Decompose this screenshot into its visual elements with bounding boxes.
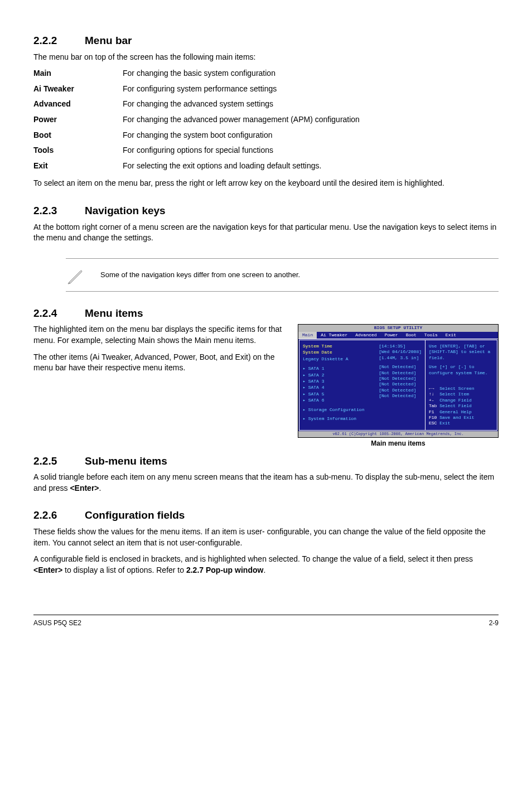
heading-navkeys: 2.2.3Navigation keys [33, 204, 499, 219]
menubar-deflist: Main For changing the basic system confi… [33, 68, 499, 171]
section-title: Configuration fields [85, 509, 185, 521]
bios-screenshot: BIOS SETUP UTILITY Main Ai Tweaker Advan… [298, 324, 499, 448]
bios-help: Use [ENTER], [TAB] or [SHIFT-TAB] to sel… [429, 344, 494, 361]
bios-val: [Not Detected] [379, 376, 422, 381]
page-footer: ASUS P5Q SE2 2-9 [33, 615, 499, 628]
popup-ref: 2.2.7 Pop-up window [186, 566, 263, 574]
def-row: Tools For configuring options for specia… [33, 145, 499, 156]
section-submenu: 2.2.5Sub-menu items A solid triangle bef… [33, 454, 499, 494]
bios-val: [Not Detected] [379, 393, 422, 399]
bios-keyhint: ↑↓ Select Item [429, 392, 494, 397]
bios-keyhint: F10 Save and Exit [429, 415, 494, 421]
section-title: Navigation keys [85, 205, 166, 216]
def-term: Main [33, 68, 123, 79]
section-title: Menu items [85, 307, 143, 319]
bios-tab: Tools [420, 332, 442, 339]
def-desc: For changing the advanced power manageme… [123, 114, 499, 125]
def-term: Ai Tweaker [33, 84, 123, 95]
section-number: 2.2.5 [33, 454, 85, 469]
section-navkeys: 2.2.3Navigation keys At the bottom right… [33, 204, 499, 244]
bios-item: ▸ SATA 2 [303, 373, 364, 378]
section-number: 2.2.6 [33, 508, 85, 523]
bios-val: [Wed 04/16/2008] [379, 349, 422, 355]
section-title: Sub-menu items [85, 455, 167, 467]
bios-right-pane: Use [ENTER], [TAB] or [SHIFT-TAB] to sel… [425, 340, 497, 431]
pencil-icon [66, 264, 87, 286]
heading-menubar: 2.2.2Menu bar [33, 33, 499, 49]
heading-menuitems: 2.2.4Menu items [33, 306, 499, 321]
section-menubar: 2.2.2Menu bar The menu bar on top of the… [33, 33, 499, 189]
menuitems-p1: The highlighted item on the menu bar dis… [33, 324, 290, 346]
config-p1: These fields show the values for the men… [33, 526, 499, 548]
bios-keyhint: +- Change Field [429, 398, 494, 403]
bios-tab: Exit [442, 332, 460, 339]
enter-key: <Enter> [70, 484, 99, 492]
bios-keyhint: ESC Exit [429, 421, 494, 426]
bios-tabbar: Main Ai Tweaker Advanced Power Boot Tool… [298, 332, 498, 339]
section-number: 2.2.2 [33, 33, 85, 49]
def-desc: For changing the system boot configurati… [123, 130, 499, 141]
def-row: Power For changing the advanced power ma… [33, 114, 499, 125]
section-number: 2.2.3 [33, 204, 85, 219]
def-row: Ai Tweaker For configuring system perfor… [33, 84, 499, 95]
bios-title: BIOS SETUP UTILITY [298, 325, 498, 331]
bios-item: ▸ SATA 3 [303, 379, 364, 384]
def-desc: For changing the basic system configurat… [123, 68, 499, 79]
bios-val: [Not Detected] [379, 388, 422, 393]
bios-copyright: v02.61 (C)Copyright 1985-2008, American … [298, 431, 498, 437]
menubar-intro: The menu bar on top of the screen has th… [33, 52, 499, 63]
def-desc: For changing the advanced system setting… [123, 99, 499, 110]
def-term: Advanced [33, 99, 123, 110]
heading-submenu: 2.2.5Sub-menu items [33, 454, 499, 469]
bios-caption: Main menu items [298, 439, 499, 448]
bios-val: [Not Detected] [379, 370, 422, 376]
bios-item: ▸ SATA 6 [303, 398, 364, 403]
def-row: Advanced For changing the advanced syste… [33, 99, 499, 110]
section-config: 2.2.6Configuration fields These fields s… [33, 508, 499, 576]
note-text: Some of the navigation keys differ from … [100, 270, 300, 280]
def-desc: For configuring options for special func… [123, 145, 499, 156]
bios-left-pane: System Time System Date Legacy Diskette … [299, 340, 425, 431]
menubar-outro: To select an item on the menu bar, press… [33, 178, 499, 189]
bios-tab: Power [381, 332, 402, 339]
bios-item: ▸ SATA 1 [303, 366, 364, 371]
def-row: Boot For changing the system boot config… [33, 130, 499, 141]
bios-tab: Ai Tweaker [317, 332, 351, 339]
bios-val: [1.44M, 3.5 in] [379, 355, 422, 361]
def-term: Tools [33, 145, 123, 156]
heading-config: 2.2.6Configuration fields [33, 508, 499, 523]
submenu-para: A solid triangle before each item on any… [33, 472, 499, 494]
footer-product: ASUS P5Q SE2 [33, 619, 81, 628]
section-number: 2.2.4 [33, 306, 85, 321]
bios-tab: Boot [402, 332, 420, 339]
bios-val: [Not Detected] [379, 364, 422, 370]
section-title: Menu bar [85, 35, 132, 46]
bios-tab: Advanced [351, 332, 380, 339]
bios-item: ▸ SATA 5 [303, 392, 364, 397]
bios-item: ▸ System Information [303, 416, 364, 422]
bios-item: System Date [303, 350, 364, 355]
bios-item: Legacy Diskette A [303, 356, 364, 362]
def-desc: For configuring system performance setti… [123, 84, 499, 95]
enter-key: <Enter> [33, 566, 62, 574]
section-menuitems: 2.2.4Menu items The highlighted item on … [33, 306, 499, 448]
navkeys-para: At the bottom right corner of a menu scr… [33, 222, 499, 244]
config-p2: A configurable field is enclosed in brac… [33, 554, 499, 576]
bios-keyhint: ←→ Select Screen [429, 386, 494, 392]
bios-val: [14:14:35] [379, 344, 422, 349]
footer-pagenum: 2-9 [489, 619, 499, 628]
bios-item: System Time [303, 344, 364, 349]
def-row: Exit For selecting the exit options and … [33, 161, 499, 172]
def-term: Exit [33, 161, 123, 172]
menuitems-p2: The other items (Ai Tweaker, Advanced, P… [33, 352, 290, 374]
bios-tab-main: Main [298, 332, 317, 339]
def-desc: For selecting the exit options and loadi… [123, 161, 499, 172]
note-callout: Some of the navigation keys differ from … [66, 258, 499, 292]
bios-item: ▸ Storage Configuration [303, 407, 364, 413]
bios-item: ▸ SATA 4 [303, 385, 364, 390]
bios-keyhint: F1 General Help [429, 409, 494, 415]
def-row: Main For changing the basic system confi… [33, 68, 499, 79]
def-term: Power [33, 114, 123, 125]
bios-val: [Not Detected] [379, 381, 422, 387]
bios-help: Use [+] or [-] to configure system Time. [429, 364, 494, 376]
